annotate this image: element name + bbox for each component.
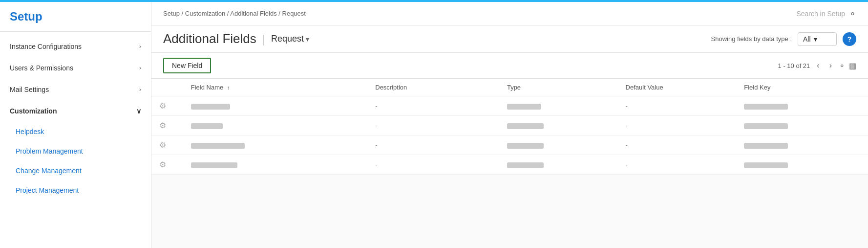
sidebar: Setup Instance Configurations › Users & … [0,2,151,248]
pagination-next-button[interactable]: › [826,60,835,71]
row-field-name [183,155,368,175]
blurred-type [507,104,541,110]
blurred-field-name [191,123,223,129]
help-button[interactable]: ? [843,32,856,46]
sidebar-section-label: Customization [10,107,57,115]
table-row: ⚙ - - [151,116,868,135]
table-search-icon[interactable]: ⚬ [839,61,845,70]
content-header: Additional Fields | Request ▾ Showing fi… [151,25,868,53]
blurred-field-key [744,143,788,149]
sidebar-item-change-management[interactable]: Change Management [0,161,151,180]
gear-icon[interactable]: ⚙ [159,141,166,149]
search-icon[interactable]: ⚬ [849,8,856,19]
blurred-field-key [744,123,788,129]
sidebar-sub-label: Helpdesk [16,128,44,135]
row-type [499,155,618,175]
col-header-default-value: Default Value [618,79,737,96]
table-container: Field Name ↑ Description Type Default Va… [151,79,868,248]
chevron-right-icon: › [139,43,141,50]
blurred-field-name [191,104,230,110]
blurred-type [507,162,544,168]
table-row: ⚙ - - [151,96,868,116]
row-type [499,116,618,135]
row-field-name [183,96,368,116]
blurred-field-key [744,104,788,110]
row-type [499,135,618,155]
main-content: Setup / Customization / Additional Field… [151,2,868,248]
gear-icon[interactable]: ⚙ [159,102,166,110]
pagination-prev-button[interactable]: ‹ [814,60,822,71]
search-placeholder: Search in Setup [796,10,845,18]
row-field-name [183,135,368,155]
sidebar-sub-label: Project Management [16,186,79,194]
filter-select[interactable]: All ▾ [798,32,837,46]
sidebar-sub-label: Change Management [16,167,82,175]
blurred-type [507,143,544,149]
row-type [499,96,618,116]
pagination-area: 1 - 10 of 21 ‹ › ⚬ ▦ [778,60,856,71]
fields-table: Field Name ↑ Description Type Default Va… [151,79,868,175]
content-title-area: Additional Fields | Request ▾ [163,31,309,46]
col-header-gear [151,79,183,96]
sidebar-item-project-management[interactable]: Project Management [0,180,151,200]
filter-value: All [803,35,811,43]
table-row: ⚙ - - [151,135,868,155]
sidebar-item-mail-settings[interactable]: Mail Settings › [0,79,151,100]
row-default-value: - [618,96,737,116]
row-description: - [367,116,499,135]
row-description: - [367,135,499,155]
table-header-row: Field Name ↑ Description Type Default Va… [151,79,868,96]
blurred-type [507,123,544,129]
blurred-field-name [191,143,245,149]
col-header-field-key: Field Key [736,79,868,96]
sidebar-customization-header[interactable]: Customization ∨ [0,100,151,122]
col-header-description: Description [367,79,499,96]
col-header-field-name[interactable]: Field Name ↑ [183,79,368,96]
pagination-text: 1 - 10 of 21 [778,62,810,69]
gear-icon[interactable]: ⚙ [159,121,166,130]
dropdown-label: Request [271,34,304,44]
row-gear-cell: ⚙ [151,96,183,116]
row-field-key [736,155,868,175]
sidebar-item-helpdesk[interactable]: Helpdesk [0,122,151,141]
sidebar-item-label: Instance Configurations [10,43,82,50]
sidebar-nav: Instance Configurations › Users & Permis… [0,32,151,248]
sidebar-item-label: Users & Permissions [10,64,73,72]
row-gear-cell: ⚙ [151,116,183,135]
chevron-right-icon: › [139,65,141,71]
search-area: Search in Setup ⚬ [796,8,856,19]
sidebar-item-users-permissions[interactable]: Users & Permissions › [0,57,151,79]
sidebar-item-label: Mail Settings [10,86,49,93]
row-default-value: - [618,135,737,155]
row-field-key [736,96,868,116]
request-dropdown[interactable]: Request ▾ [271,34,309,44]
row-description: - [367,155,499,175]
sidebar-sub-label: Problem Management [16,147,83,155]
row-description: - [367,96,499,116]
new-field-button[interactable]: New Field [163,58,211,73]
row-gear-cell: ⚙ [151,135,183,155]
sidebar-title[interactable]: Setup [10,10,42,23]
sidebar-header: Setup [0,2,151,32]
chevron-right-icon: › [139,86,141,93]
top-header: Setup / Customization / Additional Field… [151,2,868,25]
header-right: Showing fields by data type : All ▾ ? [711,32,857,46]
row-field-name [183,116,368,135]
filter-chevron-icon: ▾ [814,35,817,43]
blurred-field-name [191,162,237,168]
row-field-key [736,116,868,135]
row-default-value: - [618,116,737,135]
filter-label: Showing fields by data type : [711,35,792,43]
title-divider: | [262,32,265,46]
sidebar-item-instance-configurations[interactable]: Instance Configurations › [0,36,151,57]
toolbar: New Field 1 - 10 of 21 ‹ › ⚬ ▦ [151,53,868,79]
table-row: ⚙ - - [151,155,868,175]
chevron-down-icon: ∨ [136,107,141,115]
gear-icon[interactable]: ⚙ [159,160,166,169]
col-header-type: Type [499,79,618,96]
sort-icon: ↑ [227,85,230,90]
row-gear-cell: ⚙ [151,155,183,175]
dropdown-arrow-icon: ▾ [306,35,309,43]
column-settings-icon[interactable]: ▦ [849,61,856,70]
sidebar-item-problem-management[interactable]: Problem Management [0,141,151,161]
